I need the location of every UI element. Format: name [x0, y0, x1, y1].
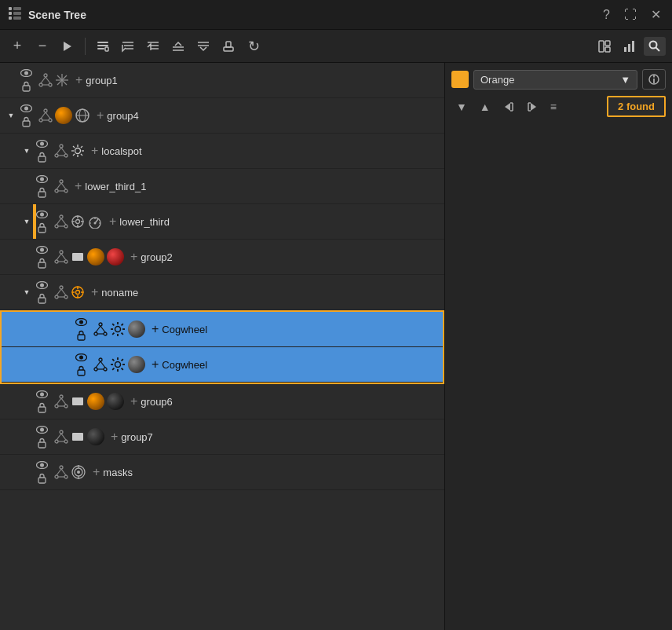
stamp-button[interactable]: [217, 37, 239, 56]
lock-toggle[interactable]: [74, 329, 89, 343]
lock-toggle[interactable]: [35, 472, 49, 486]
list-item[interactable]: + lower_third_1: [0, 169, 444, 204]
node-label: Cogwheel: [162, 359, 440, 371]
scene-panel[interactable]: + group1 ▼: [0, 63, 444, 630]
close-button[interactable]: ✕: [648, 5, 664, 24]
lock-toggle[interactable]: [35, 292, 49, 306]
svg-rect-177: [38, 442, 46, 448]
remove-button[interactable]: −: [31, 35, 53, 57]
add-button[interactable]: +: [6, 35, 28, 57]
svg-point-75: [40, 177, 44, 181]
lock-toggle[interactable]: [74, 364, 89, 379]
lock-toggle[interactable]: [35, 257, 49, 271]
add-child-icon[interactable]: +: [91, 285, 98, 299]
add-child-icon[interactable]: +: [111, 430, 118, 444]
toggle-btn[interactable]: [19, 249, 35, 265]
list-item[interactable]: + group1: [0, 63, 444, 98]
visibility-toggle[interactable]: [35, 208, 49, 221]
svg-line-146: [112, 333, 114, 335]
visibility-toggle[interactable]: [74, 316, 89, 328]
toggle-btn[interactable]: ▼: [19, 284, 35, 300]
visibility-toggle[interactable]: [19, 67, 34, 79]
lock-toggle[interactable]: [35, 151, 49, 165]
rename-button[interactable]: [92, 37, 114, 56]
list-item[interactable]: + group7: [0, 419, 444, 455]
list-item[interactable]: + masks: [0, 455, 444, 490]
svg-line-153: [96, 361, 100, 368]
quad-icon-2: [71, 394, 85, 408]
svg-point-87: [55, 225, 58, 228]
svg-line-164: [112, 368, 114, 370]
last-result-button[interactable]: [522, 98, 542, 115]
eye-icon-group: [74, 351, 89, 379]
svg-rect-76: [38, 192, 46, 197]
layout-button[interactable]: [593, 37, 615, 56]
toolbar-sep-1: [85, 38, 86, 55]
visibility-toggle[interactable]: [19, 102, 34, 115]
lock-toggle[interactable]: [35, 186, 49, 200]
toggle-btn[interactable]: ▼: [19, 143, 35, 159]
toggle-btn[interactable]: [19, 394, 35, 409]
prev-result-button[interactable]: ▼: [451, 97, 472, 116]
toggle-btn[interactable]: [19, 464, 35, 480]
add-child-icon[interactable]: +: [152, 357, 159, 372]
add-child-icon[interactable]: +: [130, 250, 137, 264]
visibility-toggle[interactable]: [35, 388, 49, 401]
collapse-all-button[interactable]: [117, 37, 139, 56]
list-item[interactable]: + Cogwheel: [2, 312, 443, 347]
search-button[interactable]: [644, 37, 666, 56]
visibility-toggle[interactable]: [35, 459, 49, 471]
play-button[interactable]: [57, 38, 79, 55]
add-child-icon[interactable]: +: [152, 322, 159, 336]
right-panel: Orange ▼ ▼ ▲: [444, 63, 672, 630]
add-child-icon[interactable]: +: [97, 108, 104, 123]
lock-toggle[interactable]: [19, 115, 34, 130]
title-bar-left: Scene Tree: [8, 6, 86, 24]
help-button[interactable]: ?: [600, 6, 613, 24]
visibility-toggle[interactable]: [35, 279, 49, 291]
next-result-button[interactable]: ▲: [475, 97, 495, 116]
visibility-toggle[interactable]: [35, 173, 49, 185]
expand-all-button[interactable]: [142, 37, 164, 56]
list-view-button[interactable]: ≡: [546, 97, 561, 116]
svg-point-35: [39, 83, 42, 86]
first-result-button[interactable]: [499, 98, 519, 115]
refresh-button[interactable]: ↻: [243, 35, 265, 58]
add-child-icon[interactable]: +: [91, 144, 98, 158]
toggle-btn[interactable]: [58, 357, 74, 372]
toggle-btn[interactable]: [3, 72, 19, 88]
type-icons: [38, 107, 90, 124]
visibility-toggle[interactable]: [74, 351, 89, 364]
move-up-button[interactable]: [167, 37, 189, 56]
list-item[interactable]: + group2: [0, 240, 444, 275]
restore-button[interactable]: ⛶: [621, 6, 640, 24]
color-dropdown[interactable]: Orange ▼: [473, 70, 637, 90]
add-child-icon[interactable]: +: [93, 465, 100, 479]
lock-toggle[interactable]: [35, 401, 49, 416]
move-down-button[interactable]: [192, 37, 214, 56]
lock-toggle[interactable]: [35, 222, 49, 236]
visibility-toggle[interactable]: [35, 244, 49, 256]
visibility-toggle[interactable]: [35, 423, 49, 436]
eye-icon-group: [35, 244, 49, 271]
visibility-toggle[interactable]: [35, 137, 49, 150]
chart-button[interactable]: [619, 37, 641, 56]
list-item[interactable]: ▼: [0, 204, 444, 240]
list-item[interactable]: ▼: [0, 134, 444, 169]
toggle-btn[interactable]: [19, 178, 35, 194]
lock-toggle[interactable]: [19, 80, 34, 94]
toggle-btn[interactable]: ▼: [3, 108, 19, 123]
add-child-icon[interactable]: +: [109, 214, 116, 229]
lock-toggle[interactable]: [35, 437, 49, 451]
add-child-icon[interactable]: +: [130, 394, 137, 408]
toggle-btn[interactable]: ▼: [19, 214, 35, 229]
filter-options-button[interactable]: [642, 69, 666, 90]
list-item[interactable]: ▼: [0, 98, 444, 134]
list-item[interactable]: + group6: [0, 384, 444, 419]
list-item[interactable]: ▼: [0, 275, 444, 310]
list-item[interactable]: + Cogwheel: [2, 347, 443, 383]
toggle-btn[interactable]: [58, 321, 74, 337]
add-child-icon[interactable]: +: [75, 179, 82, 193]
add-child-icon[interactable]: +: [75, 73, 82, 87]
toggle-btn[interactable]: [19, 429, 35, 445]
